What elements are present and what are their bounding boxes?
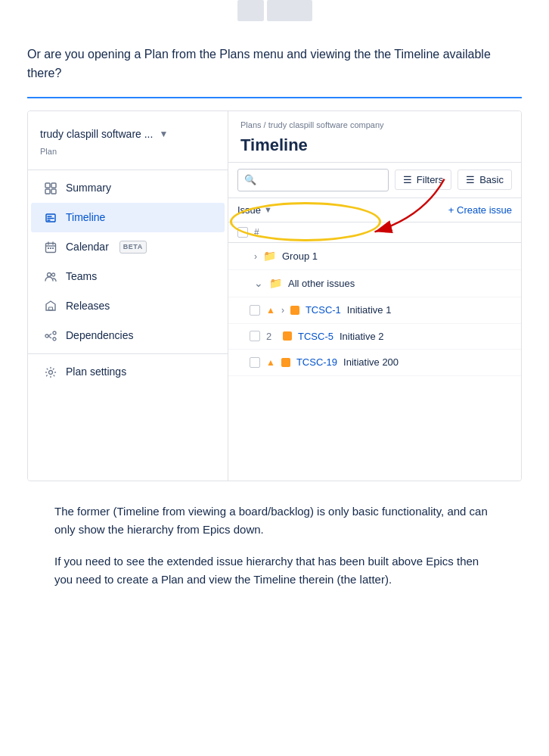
timeline-icon <box>43 210 58 226</box>
svg-rect-13 <box>52 247 54 249</box>
svg-rect-1 <box>51 183 56 188</box>
table-row[interactable]: ⌄ 📁 All other issues <box>228 270 521 297</box>
sidebar-item-releases[interactable]: Releases <box>31 291 225 321</box>
row-group-label: All other issues <box>288 276 355 291</box>
row-checkbox[interactable] <box>250 331 260 341</box>
svg-point-17 <box>45 334 48 338</box>
breadcrumb: Plans / trudy claspill software company <box>240 119 509 132</box>
sidebar-item-label-timeline: Timeline <box>66 210 105 226</box>
row-checkbox[interactable] <box>250 357 260 368</box>
sidebar-item-label-calendar: Calendar <box>66 239 109 255</box>
sidebar-item-teams[interactable]: Teams <box>31 262 225 291</box>
sidebar-item-label-teams: Teams <box>66 269 97 285</box>
expand-chevron-icon[interactable]: › <box>254 250 257 263</box>
row-checkbox[interactable] <box>250 305 260 316</box>
svg-rect-12 <box>50 247 51 249</box>
grid-icon <box>43 181 58 196</box>
svg-point-14 <box>48 272 51 276</box>
sidebar-header: trudy claspill software ... ▼ <box>28 119 228 145</box>
main-panel: Plans / trudy claspill software company … <box>228 111 521 481</box>
top-image-area <box>0 0 549 30</box>
basic-icon: ☰ <box>466 174 475 185</box>
svg-point-15 <box>52 273 55 276</box>
svg-rect-3 <box>51 189 56 194</box>
issue-type-icon <box>290 306 299 315</box>
section-divider <box>27 97 522 98</box>
basic-button[interactable]: ☰ Basic <box>458 170 512 190</box>
intro-text: Or are you opening a Plan from the Plans… <box>27 45 522 83</box>
create-issue-button[interactable]: + Create issue <box>448 203 512 218</box>
bottom-text-section: The former (Timeline from viewing a boar… <box>27 481 522 618</box>
issue-key: TCSC-1 <box>306 303 341 318</box>
sidebar-divider-top <box>28 170 228 170</box>
sidebar-item-label-releases: Releases <box>66 298 110 314</box>
create-issue-label: + Create issue <box>448 203 512 218</box>
page-content: Or are you opening a Plan from the Plans… <box>0 30 549 636</box>
sidebar-divider-bottom <box>28 353 228 354</box>
filter-icon: ☰ <box>403 174 412 185</box>
chevron-down-icon[interactable]: ▼ <box>159 127 168 141</box>
beta-badge: BETA <box>119 241 147 254</box>
select-all-checkbox[interactable] <box>237 227 248 238</box>
issue-key: TCSC-5 <box>298 329 333 344</box>
basic-label: Basic <box>479 174 504 185</box>
table-row[interactable]: ▲ › TCSC-1 Initiative 1 <box>228 297 521 324</box>
filters-button[interactable]: ☰ Filters <box>395 170 451 190</box>
hash-column-header: # <box>254 226 259 239</box>
collapse-chevron-icon[interactable]: ⌄ <box>254 275 263 291</box>
svg-line-20 <box>48 334 51 336</box>
expand-chevron-icon[interactable]: › <box>281 303 284 317</box>
svg-point-18 <box>53 331 56 334</box>
issue-title: Initiative 200 <box>343 355 399 370</box>
main-header: Plans / trudy claspill software company … <box>228 111 521 163</box>
table-row[interactable]: 2 TCSC-5 Initiative 2 <box>228 324 521 350</box>
sidebar-item-plan-settings[interactable]: Plan settings <box>31 357 225 387</box>
dependencies-icon <box>43 328 58 344</box>
issue-dropdown[interactable]: Issue ▼ <box>237 203 272 218</box>
sidebar-item-dependencies[interactable]: Dependencies <box>31 321 225 350</box>
svg-point-22 <box>49 370 53 374</box>
bottom-paragraph-2: If you need to see the extended issue hi… <box>54 552 495 589</box>
top-image-left <box>237 0 264 21</box>
issue-title: Initiative 2 <box>340 329 384 344</box>
table-row[interactable]: › 📁 Group 1 <box>228 243 521 270</box>
svg-rect-11 <box>48 247 49 249</box>
sidebar-project-title: trudy claspill software ... <box>40 126 153 142</box>
sidebar-item-summary[interactable]: Summary <box>31 173 225 203</box>
warning-icon: ▲ <box>266 356 275 369</box>
column-header-row: # <box>228 222 521 243</box>
svg-point-19 <box>53 338 56 341</box>
svg-rect-0 <box>45 183 50 188</box>
folder-icon: 📁 <box>263 248 276 264</box>
search-box[interactable]: 🔍 <box>237 169 389 191</box>
warning-icon: ▲ <box>266 303 275 317</box>
toolbar: 🔍 ☰ Filters ☰ Basic <box>228 163 521 198</box>
table-row[interactable]: ▲ TCSC-19 Initiative 200 <box>228 350 521 376</box>
calendar-icon <box>43 240 58 255</box>
teams-icon <box>43 269 58 285</box>
svg-line-21 <box>48 336 51 338</box>
issue-label: Issue <box>237 203 261 218</box>
folder-icon: 📁 <box>269 275 282 291</box>
screenshot-box: trudy claspill software ... ▼ Plan Summa… <box>27 110 522 481</box>
releases-icon <box>43 299 58 314</box>
svg-rect-2 <box>45 189 50 194</box>
sidebar-item-label-summary: Summary <box>66 180 111 196</box>
sidebar-item-timeline[interactable]: Timeline <box>31 203 225 232</box>
sidebar-item-label-dependencies: Dependencies <box>66 328 134 344</box>
table-header-row: Issue ▼ + Create issue <box>228 198 521 223</box>
bottom-paragraph-1: The former (Timeline from viewing a boar… <box>54 502 495 539</box>
settings-icon <box>43 365 58 380</box>
sidebar: trudy claspill software ... ▼ Plan Summa… <box>28 111 228 481</box>
row-group-label: Group 1 <box>282 249 318 264</box>
top-image-right <box>267 0 312 21</box>
page-title: Timeline <box>240 132 509 157</box>
issue-type-icon <box>283 331 292 341</box>
row-number: 2 <box>266 329 277 344</box>
issue-key: TCSC-19 <box>296 355 337 370</box>
sidebar-item-calendar[interactable]: Calendar BETA <box>31 232 225 262</box>
filters-label: Filters <box>417 174 443 185</box>
issue-title: Initiative 1 <box>347 303 392 318</box>
issue-type-icon <box>281 358 290 367</box>
sidebar-item-label-settings: Plan settings <box>66 364 126 380</box>
